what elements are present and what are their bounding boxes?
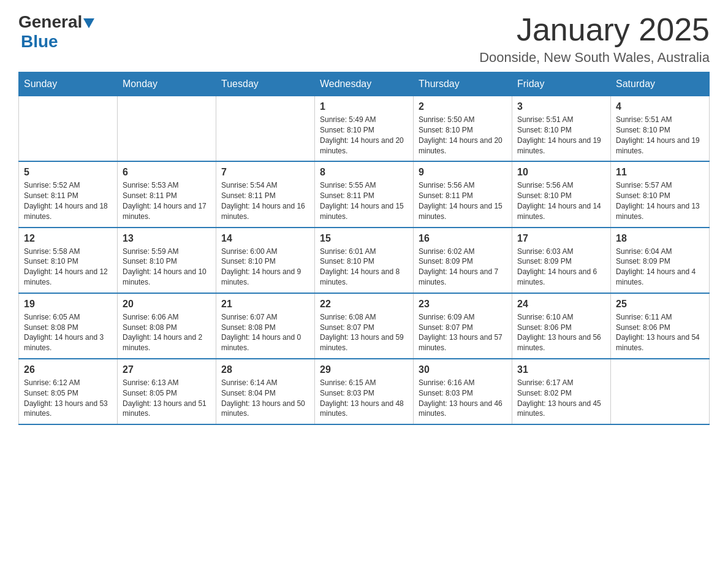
title-block: January 2025 Doonside, New South Wales, … bbox=[479, 12, 710, 66]
calendar-cell: 23Sunrise: 6:09 AMSunset: 8:07 PMDayligh… bbox=[414, 293, 512, 359]
col-wednesday: Wednesday bbox=[315, 72, 414, 96]
page-header: General Blue January 2025 Doonside, New … bbox=[18, 12, 710, 66]
day-info: Sunrise: 6:01 AMSunset: 8:10 PMDaylight:… bbox=[320, 247, 408, 288]
logo: General Blue bbox=[18, 12, 94, 52]
calendar-cell: 25Sunrise: 6:11 AMSunset: 8:06 PMDayligh… bbox=[611, 293, 710, 359]
day-info: Sunrise: 5:49 AMSunset: 8:10 PMDaylight:… bbox=[320, 115, 408, 156]
calendar-cell bbox=[216, 96, 315, 162]
day-info: Sunrise: 6:16 AMSunset: 8:03 PMDaylight:… bbox=[419, 378, 507, 419]
day-number: 17 bbox=[517, 233, 605, 244]
calendar-cell: 22Sunrise: 6:08 AMSunset: 8:07 PMDayligh… bbox=[315, 293, 414, 359]
day-info: Sunrise: 5:56 AMSunset: 8:10 PMDaylight:… bbox=[517, 180, 605, 221]
day-info: Sunrise: 5:58 AMSunset: 8:10 PMDaylight:… bbox=[24, 247, 112, 288]
day-number: 28 bbox=[221, 364, 309, 375]
day-number: 25 bbox=[616, 299, 704, 310]
day-info: Sunrise: 5:51 AMSunset: 8:10 PMDaylight:… bbox=[616, 115, 704, 156]
calendar-cell: 18Sunrise: 6:04 AMSunset: 8:09 PMDayligh… bbox=[611, 228, 710, 293]
calendar-cell bbox=[19, 96, 118, 162]
day-info: Sunrise: 5:56 AMSunset: 8:11 PMDaylight:… bbox=[419, 180, 507, 221]
day-number: 2 bbox=[419, 101, 507, 112]
day-number: 27 bbox=[123, 364, 211, 375]
col-friday: Friday bbox=[512, 72, 611, 96]
calendar-cell: 7Sunrise: 5:54 AMSunset: 8:11 PMDaylight… bbox=[216, 161, 315, 227]
day-number: 24 bbox=[517, 299, 605, 310]
day-number: 7 bbox=[221, 167, 309, 178]
day-info: Sunrise: 6:17 AMSunset: 8:02 PMDaylight:… bbox=[517, 378, 605, 419]
calendar-cell bbox=[118, 96, 216, 162]
calendar-cell: 17Sunrise: 6:03 AMSunset: 8:09 PMDayligh… bbox=[512, 228, 611, 293]
calendar-week-1: 1Sunrise: 5:49 AMSunset: 8:10 PMDaylight… bbox=[19, 96, 710, 162]
day-info: Sunrise: 6:05 AMSunset: 8:08 PMDaylight:… bbox=[24, 312, 112, 353]
calendar-cell: 3Sunrise: 5:51 AMSunset: 8:10 PMDaylight… bbox=[512, 96, 611, 162]
day-info: Sunrise: 5:59 AMSunset: 8:10 PMDaylight:… bbox=[123, 247, 211, 288]
day-number: 4 bbox=[616, 101, 704, 112]
day-number: 31 bbox=[517, 364, 605, 375]
svg-marker-0 bbox=[83, 18, 94, 28]
day-number: 30 bbox=[419, 364, 507, 375]
day-number: 13 bbox=[123, 233, 211, 244]
day-info: Sunrise: 5:51 AMSunset: 8:10 PMDaylight:… bbox=[517, 115, 605, 156]
calendar-week-3: 12Sunrise: 5:58 AMSunset: 8:10 PMDayligh… bbox=[19, 228, 710, 293]
day-info: Sunrise: 5:57 AMSunset: 8:10 PMDaylight:… bbox=[616, 180, 704, 221]
calendar-cell: 8Sunrise: 5:55 AMSunset: 8:11 PMDaylight… bbox=[315, 161, 414, 227]
day-info: Sunrise: 6:06 AMSunset: 8:08 PMDaylight:… bbox=[123, 312, 211, 353]
calendar-body: 1Sunrise: 5:49 AMSunset: 8:10 PMDaylight… bbox=[19, 96, 710, 424]
day-info: Sunrise: 5:55 AMSunset: 8:11 PMDaylight:… bbox=[320, 180, 408, 221]
day-info: Sunrise: 6:03 AMSunset: 8:09 PMDaylight:… bbox=[517, 247, 605, 288]
calendar-cell: 2Sunrise: 5:50 AMSunset: 8:10 PMDaylight… bbox=[414, 96, 512, 162]
day-number: 20 bbox=[123, 299, 211, 310]
logo-triangle-icon bbox=[83, 18, 94, 28]
day-number: 8 bbox=[320, 167, 408, 178]
calendar-cell: 27Sunrise: 6:13 AMSunset: 8:05 PMDayligh… bbox=[118, 359, 216, 424]
calendar-cell: 13Sunrise: 5:59 AMSunset: 8:10 PMDayligh… bbox=[118, 228, 216, 293]
day-number: 14 bbox=[221, 233, 309, 244]
day-number: 26 bbox=[24, 364, 112, 375]
logo-text-black: General bbox=[18, 12, 82, 32]
calendar-cell: 26Sunrise: 6:12 AMSunset: 8:05 PMDayligh… bbox=[19, 359, 118, 424]
location-title: Doonside, New South Wales, Australia bbox=[479, 50, 710, 66]
day-number: 18 bbox=[616, 233, 704, 244]
header-row: Sunday Monday Tuesday Wednesday Thursday… bbox=[19, 72, 710, 96]
calendar-cell: 28Sunrise: 6:14 AMSunset: 8:04 PMDayligh… bbox=[216, 359, 315, 424]
month-title: January 2025 bbox=[479, 12, 710, 47]
day-number: 29 bbox=[320, 364, 408, 375]
calendar-cell: 29Sunrise: 6:15 AMSunset: 8:03 PMDayligh… bbox=[315, 359, 414, 424]
calendar-cell: 21Sunrise: 6:07 AMSunset: 8:08 PMDayligh… bbox=[216, 293, 315, 359]
day-info: Sunrise: 5:52 AMSunset: 8:11 PMDaylight:… bbox=[24, 180, 112, 221]
day-info: Sunrise: 6:11 AMSunset: 8:06 PMDaylight:… bbox=[616, 312, 704, 353]
day-info: Sunrise: 6:00 AMSunset: 8:10 PMDaylight:… bbox=[221, 247, 309, 288]
calendar-cell: 14Sunrise: 6:00 AMSunset: 8:10 PMDayligh… bbox=[216, 228, 315, 293]
day-number: 10 bbox=[517, 167, 605, 178]
day-info: Sunrise: 6:04 AMSunset: 8:09 PMDaylight:… bbox=[616, 247, 704, 288]
day-number: 16 bbox=[419, 233, 507, 244]
col-saturday: Saturday bbox=[611, 72, 710, 96]
day-info: Sunrise: 6:14 AMSunset: 8:04 PMDaylight:… bbox=[221, 378, 309, 419]
day-info: Sunrise: 6:10 AMSunset: 8:06 PMDaylight:… bbox=[517, 312, 605, 353]
calendar-cell: 4Sunrise: 5:51 AMSunset: 8:10 PMDaylight… bbox=[611, 96, 710, 162]
calendar-cell: 24Sunrise: 6:10 AMSunset: 8:06 PMDayligh… bbox=[512, 293, 611, 359]
day-number: 22 bbox=[320, 299, 408, 310]
calendar-cell: 12Sunrise: 5:58 AMSunset: 8:10 PMDayligh… bbox=[19, 228, 118, 293]
day-number: 6 bbox=[123, 167, 211, 178]
calendar-header: Sunday Monday Tuesday Wednesday Thursday… bbox=[19, 72, 710, 96]
day-info: Sunrise: 5:50 AMSunset: 8:10 PMDaylight:… bbox=[419, 115, 507, 156]
calendar-cell: 31Sunrise: 6:17 AMSunset: 8:02 PMDayligh… bbox=[512, 359, 611, 424]
calendar-cell: 11Sunrise: 5:57 AMSunset: 8:10 PMDayligh… bbox=[611, 161, 710, 227]
calendar-cell: 30Sunrise: 6:16 AMSunset: 8:03 PMDayligh… bbox=[414, 359, 512, 424]
day-number: 11 bbox=[616, 167, 704, 178]
calendar-week-2: 5Sunrise: 5:52 AMSunset: 8:11 PMDaylight… bbox=[19, 161, 710, 227]
calendar-cell: 20Sunrise: 6:06 AMSunset: 8:08 PMDayligh… bbox=[118, 293, 216, 359]
logo-triangle-container bbox=[82, 12, 94, 32]
calendar-cell: 15Sunrise: 6:01 AMSunset: 8:10 PMDayligh… bbox=[315, 228, 414, 293]
calendar-cell: 9Sunrise: 5:56 AMSunset: 8:11 PMDaylight… bbox=[414, 161, 512, 227]
calendar-cell bbox=[611, 359, 710, 424]
col-tuesday: Tuesday bbox=[216, 72, 315, 96]
calendar-cell: 1Sunrise: 5:49 AMSunset: 8:10 PMDaylight… bbox=[315, 96, 414, 162]
day-number: 5 bbox=[24, 167, 112, 178]
col-monday: Monday bbox=[118, 72, 216, 96]
day-number: 23 bbox=[419, 299, 507, 310]
calendar-cell: 16Sunrise: 6:02 AMSunset: 8:09 PMDayligh… bbox=[414, 228, 512, 293]
calendar-table: Sunday Monday Tuesday Wednesday Thursday… bbox=[18, 72, 710, 425]
calendar-week-4: 19Sunrise: 6:05 AMSunset: 8:08 PMDayligh… bbox=[19, 293, 710, 359]
day-info: Sunrise: 5:53 AMSunset: 8:11 PMDaylight:… bbox=[123, 180, 211, 221]
